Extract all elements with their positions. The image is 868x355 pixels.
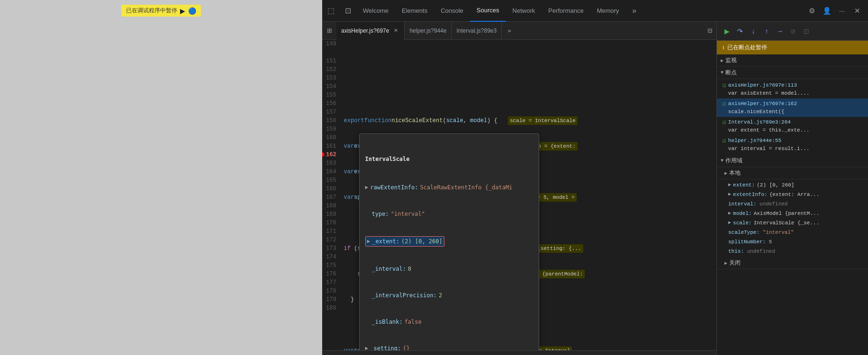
- sidebar-toggle-icon[interactable]: ⊞: [322, 22, 336, 40]
- close-tab-axishelper[interactable]: ✕: [392, 27, 399, 35]
- debugger-toolbar: ▶ ↷ ↓ ↑ → ⊘ ⊡: [717, 22, 868, 41]
- tooltip-row-isblank: _isBlank: false: [365, 318, 533, 326]
- bp-item-0: ☑ axisHelper.js?697e:113 var axisExtent …: [717, 80, 868, 98]
- bp-item-1: ☑ axisHelper.js?697e:162 scale.niceExten…: [717, 98, 868, 117]
- status-dot: ℹ: [723, 45, 724, 51]
- profile-icon[interactable]: 👤: [820, 4, 834, 18]
- more-tabs-icon[interactable]: »: [626, 0, 643, 22]
- scope-section-header[interactable]: ▼ 作用域: [717, 155, 868, 167]
- code-scroll[interactable]: 149 151 152 153 154 155 156 157 158 159 …: [322, 40, 716, 350]
- watch-arrow: ▶: [721, 58, 723, 63]
- breakpoints-arrow: ▼: [721, 70, 723, 75]
- bp-item-3: ☑ helper.js?944e:55 var interval = resul…: [717, 135, 868, 154]
- local-section-header[interactable]: ▶ 本地: [717, 167, 868, 179]
- step-over-btn[interactable]: ↷: [734, 25, 746, 37]
- tab-interval[interactable]: Interval.js?89e3: [452, 22, 502, 40]
- closure-arrow: ▶: [724, 260, 727, 266]
- local-arrow: ▶: [724, 170, 727, 176]
- bottom-scrollbar[interactable]: [322, 350, 716, 355]
- tab-memory[interactable]: Memory: [590, 0, 626, 22]
- tooltip-row-interval: _interval: 0: [365, 265, 533, 273]
- line-numbers: 149 151 152 153 154 155 156 157 158 159 …: [322, 40, 340, 350]
- dock-icon[interactable]: ⬚: [322, 0, 339, 22]
- code-area: 149 151 152 153 154 155 156 157 158 159 …: [322, 40, 716, 355]
- breakpoints-section-header[interactable]: ▼ 断点: [717, 67, 868, 79]
- tab-network[interactable]: Network: [506, 0, 542, 22]
- tab-helper[interactable]: helper.js?944e: [405, 22, 452, 40]
- code-lines: export function niceScaleExtent(scale, m…: [340, 40, 716, 350]
- left-panel: [0, 22, 322, 355]
- closure-section-header[interactable]: ▶ 关闭: [717, 257, 868, 269]
- watch-section-header[interactable]: ▶ 监视: [717, 54, 868, 67]
- tab-console[interactable]: Console: [434, 0, 470, 22]
- tab-sources[interactable]: Sources: [470, 0, 506, 22]
- tab-axishelper[interactable]: axisHelper.js?697e ✕: [336, 22, 405, 40]
- tooltip-title: IntervalScale: [365, 155, 533, 163]
- top-bar: 已在调试程序中暂停 ▶ 🔵 ⬚ ⊡ Welcome Elements Conso…: [0, 0, 868, 22]
- devtools-tabs: ⬚ ⊡ Welcome Elements Console Sources Net…: [322, 0, 868, 22]
- step-btn[interactable]: →: [774, 25, 786, 37]
- scope-scaletype: scaleType: "interval": [717, 228, 868, 237]
- scope-extentinfo: ▶ extentInfo: {extent: Arra...: [717, 190, 868, 199]
- step-icon[interactable]: 🔵: [188, 7, 196, 15]
- close-devtools-icon[interactable]: ✕: [850, 4, 864, 18]
- inspect-icon[interactable]: ⊡: [339, 0, 356, 22]
- paused-badge: 已在调试程序中暂停 ▶ 🔵: [121, 5, 201, 17]
- tooltip-row-setting: ▶ _setting: {}: [365, 344, 533, 350]
- scope-model: ▶ model: AxisModel {parentM...: [717, 209, 868, 218]
- main-area: ⊞ axisHelper.js?697e ✕ helper.js?944e In…: [0, 22, 868, 355]
- tab-elements[interactable]: Elements: [395, 0, 434, 22]
- status-banner: ℹ 已在断点处暂停: [717, 41, 868, 54]
- tooltip-popup: IntervalScale ▶ rawExtentInfo: ScaleRawE…: [359, 133, 539, 350]
- right-panel-content: ℹ 已在断点处暂停 ▶ 监视 ▼ 断点 ☑ axisHelper.js?697e…: [717, 41, 868, 355]
- resume-icon[interactable]: ▶: [180, 7, 185, 15]
- tooltip-row-rawextent: ▶ rawExtentInfo: ScaleRawExtentInfo {_da…: [365, 183, 533, 192]
- code-line-149: [344, 65, 716, 74]
- scope-arrow: ▼: [721, 158, 723, 163]
- tooltip-row-type: type: "interval": [365, 210, 533, 218]
- scope-splitnumber: splitNumber: 5: [717, 237, 868, 247]
- more-options-icon[interactable]: ···: [835, 4, 849, 18]
- editor-area: ⊞ axisHelper.js?697e ✕ helper.js?944e In…: [322, 22, 716, 355]
- settings-icon[interactable]: ⚙: [805, 4, 819, 18]
- step-out-btn[interactable]: ↑: [760, 25, 773, 37]
- tooltip-row-extent: ▶ _extent: (2) [0, 260]: [365, 236, 533, 247]
- scope-scale: ▶ scale: IntervalScale {_se...: [717, 218, 868, 228]
- scope-this: this: undefined: [717, 247, 868, 256]
- editor-tabs-bar: ⊞ axisHelper.js?697e ✕ helper.js?944e In…: [322, 22, 716, 40]
- code-line-150: [344, 91, 716, 99]
- more-editor-tabs-icon[interactable]: »: [503, 22, 516, 40]
- collapse-editor-icon[interactable]: ⊟: [703, 22, 716, 40]
- scope-extent: ▶ extent: (2) [0, 260]: [717, 180, 868, 190]
- top-bar-actions: ⚙ 👤 ··· ✕: [805, 4, 868, 18]
- breakpoints-list: ☑ axisHelper.js?697e:113 var axisExtent …: [717, 79, 868, 155]
- dont-pause-btn[interactable]: ⊡: [800, 25, 813, 37]
- bp-item-2: ☑ Interval.js?89e3:264 var extent = this…: [717, 117, 868, 135]
- tooltip-row-precision: _intervalPrecision: 2: [365, 291, 533, 300]
- resume-btn[interactable]: ▶: [721, 25, 733, 37]
- code-line-151: export function niceScaleExtent(scale, m…: [344, 116, 716, 125]
- deactivate-btn[interactable]: ⊘: [787, 25, 799, 37]
- step-into-btn[interactable]: ↓: [747, 25, 760, 37]
- right-panel: ▶ ↷ ↓ ↑ → ⊘ ⊡ ℹ 已在断点处暂停 ▶ 监视 ▼ 断点: [716, 22, 868, 355]
- paused-label: 已在调试程序中暂停: [126, 7, 177, 15]
- tab-performance[interactable]: Performance: [542, 0, 590, 22]
- status-text: 已在断点处暂停: [727, 44, 767, 52]
- scope-interval: interval: undefined: [717, 199, 868, 209]
- left-panel-header: 已在调试程序中暂停 ▶ 🔵: [0, 0, 322, 22]
- scope-locals-list: ▶ extent: (2) [0, 260] ▶ extentInfo: {ex…: [717, 179, 868, 257]
- tab-welcome[interactable]: Welcome: [356, 0, 395, 22]
